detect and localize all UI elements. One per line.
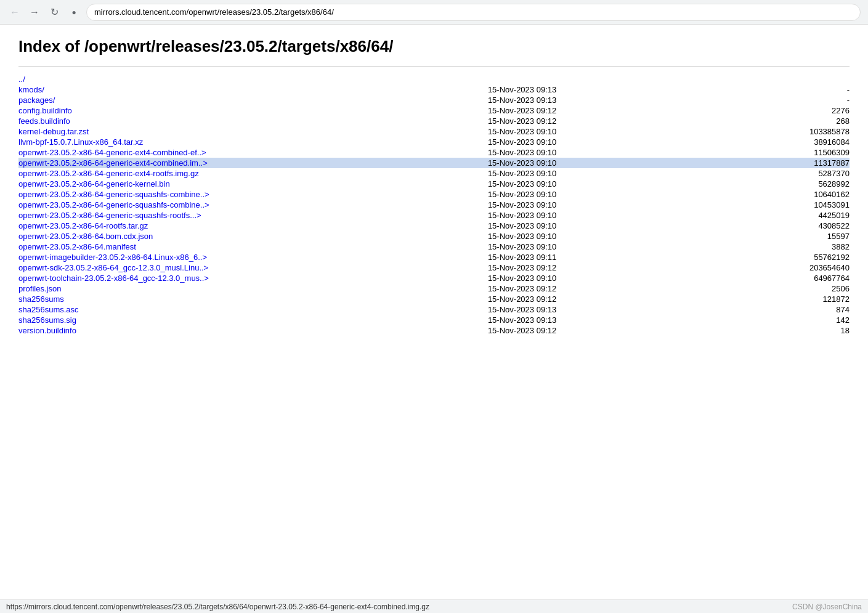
file-link[interactable]: openwrt-23.05.2-x86-64-generic-kernel.bi… (18, 179, 170, 189)
file-size: 2506 (686, 283, 850, 294)
file-date: 15-Nov-2023 09:10 (482, 231, 686, 242)
file-date: 15-Nov-2023 09:10 (482, 179, 686, 189)
file-link[interactable]: kmods/ (18, 85, 44, 94)
file-link[interactable]: sha256sums (18, 294, 64, 304)
file-date: 15-Nov-2023 09:13 (482, 315, 686, 325)
file-date: 15-Nov-2023 09:10 (482, 221, 686, 231)
file-link[interactable]: openwrt-23.05.2-x86-64.bom.cdx.json (18, 232, 153, 241)
file-date: 15-Nov-2023 09:13 (482, 95, 686, 105)
file-link[interactable]: version.buildinfo (18, 326, 76, 335)
file-link[interactable]: openwrt-23.05.2-x86-64-generic-squashfs-… (18, 200, 209, 209)
file-link[interactable]: openwrt-23.05.2-x86-64-generic-squashfs-… (18, 211, 201, 220)
file-size: 11317887 (686, 158, 850, 168)
address-bar[interactable] (86, 4, 861, 21)
table-row: version.buildinfo15-Nov-2023 09:1218 (18, 325, 850, 336)
file-date: 15-Nov-2023 09:13 (482, 304, 686, 315)
file-date: 15-Nov-2023 09:12 (482, 116, 686, 126)
table-row: openwrt-imagebuilder-23.05.2-x86-64.Linu… (18, 252, 850, 262)
file-link[interactable]: ../ (18, 75, 25, 84)
file-date: 15-Nov-2023 09:12 (482, 105, 686, 116)
table-row: openwrt-23.05.2-x86-64-generic-squashfs-… (18, 210, 850, 221)
file-link[interactable]: sha256sums.asc (18, 305, 79, 314)
back-button[interactable]: ← (7, 5, 22, 20)
file-size: 10453091 (686, 200, 850, 210)
file-link[interactable]: openwrt-23.05.2-x86-64-generic-ext4-comb… (18, 158, 208, 168)
file-size: 2276 (686, 105, 850, 116)
file-date: 15-Nov-2023 09:12 (482, 283, 686, 294)
file-date: 15-Nov-2023 09:13 (482, 84, 686, 95)
file-link[interactable]: openwrt-23.05.2-x86-64-generic-ext4-comb… (18, 148, 206, 157)
table-row: profiles.json15-Nov-2023 09:122506 (18, 283, 850, 294)
file-date: 15-Nov-2023 09:12 (482, 325, 686, 336)
file-size: 4425019 (686, 210, 850, 221)
file-link[interactable]: kernel-debug.tar.zst (18, 127, 89, 136)
file-size: 268 (686, 116, 850, 126)
file-date: 15-Nov-2023 09:10 (482, 242, 686, 252)
file-link[interactable]: openwrt-toolchain-23.05.2-x86-64_gcc-12.… (18, 274, 209, 283)
table-row: feeds.buildinfo15-Nov-2023 09:12268 (18, 116, 850, 126)
table-row: openwrt-toolchain-23.05.2-x86-64_gcc-12.… (18, 273, 850, 283)
table-row: sha256sums.sig15-Nov-2023 09:13142 (18, 315, 850, 325)
file-date: 15-Nov-2023 09:10 (482, 137, 686, 147)
table-row: openwrt-sdk-23.05.2-x86-64_gcc-12.3.0_mu… (18, 262, 850, 273)
file-size: 5628992 (686, 179, 850, 189)
file-table: ../kmods/15-Nov-2023 09:13-packages/15-N… (18, 74, 850, 336)
file-size: 38916084 (686, 137, 850, 147)
table-row: openwrt-23.05.2-x86-64-generic-ext4-root… (18, 168, 850, 179)
file-link[interactable]: llvm-bpf-15.0.7.Linux-x86_64.tar.xz (18, 137, 143, 147)
file-size: 103385878 (686, 126, 850, 137)
file-date: 15-Nov-2023 09:10 (482, 168, 686, 179)
table-row: openwrt-23.05.2-x86-64-rootfs.tar.gz15-N… (18, 221, 850, 231)
file-link[interactable]: openwrt-sdk-23.05.2-x86-64_gcc-12.3.0_mu… (18, 263, 208, 272)
file-date: 15-Nov-2023 09:10 (482, 210, 686, 221)
forward-button[interactable]: → (27, 5, 42, 20)
file-date: 15-Nov-2023 09:12 (482, 294, 686, 304)
file-date: 15-Nov-2023 09:12 (482, 262, 686, 273)
file-size: 4308522 (686, 221, 850, 231)
file-link[interactable]: sha256sums.sig (18, 315, 76, 325)
file-size: 203654640 (686, 262, 850, 273)
divider (18, 66, 850, 67)
file-link[interactable]: openwrt-23.05.2-x86-64-generic-ext4-root… (18, 169, 199, 178)
page-content: Index of /openwrt/releases/23.05.2/targe… (0, 25, 868, 348)
file-link[interactable]: openwrt-23.05.2-x86-64.manifest (18, 242, 136, 251)
file-size: 55762192 (686, 252, 850, 262)
table-row: packages/15-Nov-2023 09:13- (18, 95, 850, 105)
file-date: 15-Nov-2023 09:10 (482, 126, 686, 137)
file-size: 874 (686, 304, 850, 315)
table-row: openwrt-23.05.2-x86-64-generic-squashfs-… (18, 200, 850, 210)
file-size: 121872 (686, 294, 850, 304)
file-link[interactable]: openwrt-23.05.2-x86-64-rootfs.tar.gz (18, 221, 148, 230)
reload-button[interactable]: ↻ (47, 5, 62, 20)
table-row: kmods/15-Nov-2023 09:13- (18, 84, 850, 95)
file-size: - (686, 95, 850, 105)
table-row: openwrt-23.05.2-x86-64.bom.cdx.json15-No… (18, 231, 850, 242)
table-row: openwrt-23.05.2-x86-64-generic-squashfs-… (18, 189, 850, 200)
file-date: 15-Nov-2023 09:11 (482, 252, 686, 262)
table-row: sha256sums.asc15-Nov-2023 09:13874 (18, 304, 850, 315)
file-size: 15597 (686, 231, 850, 242)
file-link[interactable]: profiles.json (18, 284, 61, 293)
browser-chrome: ← → ↻ ● (0, 0, 868, 25)
file-link[interactable]: feeds.buildinfo (18, 116, 70, 126)
file-link[interactable]: packages/ (18, 95, 55, 105)
file-link[interactable]: openwrt-23.05.2-x86-64-generic-squashfs-… (18, 190, 209, 199)
table-row: openwrt-23.05.2-x86-64.manifest15-Nov-20… (18, 242, 850, 252)
file-date: 15-Nov-2023 09:10 (482, 189, 686, 200)
table-row: openwrt-23.05.2-x86-64-generic-ext4-comb… (18, 147, 850, 158)
file-size: 5287370 (686, 168, 850, 179)
file-date: 15-Nov-2023 09:10 (482, 147, 686, 158)
table-row: llvm-bpf-15.0.7.Linux-x86_64.tar.xz15-No… (18, 137, 850, 147)
table-row: openwrt-23.05.2-x86-64-generic-ext4-comb… (18, 158, 850, 168)
table-row: kernel-debug.tar.zst15-Nov-2023 09:10103… (18, 126, 850, 137)
file-date: 15-Nov-2023 09:10 (482, 273, 686, 283)
table-row: config.buildinfo15-Nov-2023 09:122276 (18, 105, 850, 116)
security-icon: ● (67, 5, 81, 20)
file-size: 18 (686, 325, 850, 336)
file-link[interactable]: config.buildinfo (18, 106, 72, 115)
file-link[interactable]: openwrt-imagebuilder-23.05.2-x86-64.Linu… (18, 253, 207, 262)
file-size: 142 (686, 315, 850, 325)
table-row: openwrt-23.05.2-x86-64-generic-kernel.bi… (18, 179, 850, 189)
file-size: 10640162 (686, 189, 850, 200)
file-date: 15-Nov-2023 09:10 (482, 200, 686, 210)
